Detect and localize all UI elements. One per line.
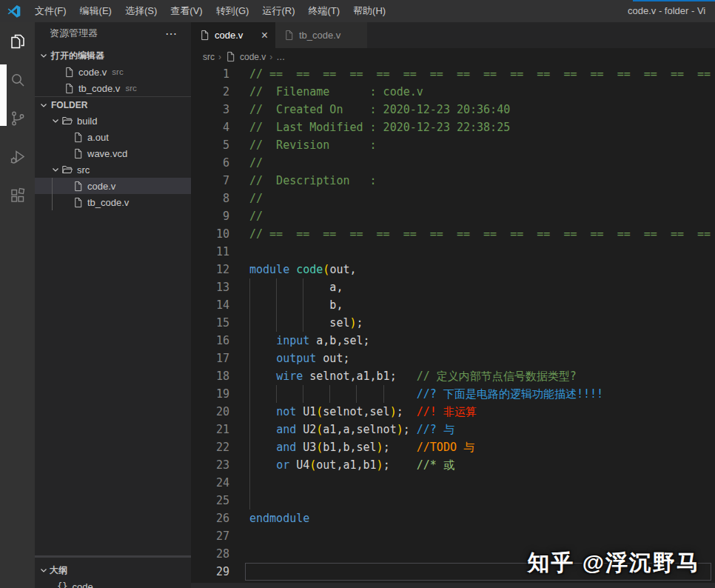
line-number: 1: [191, 65, 229, 83]
window-top-accent: [633, 0, 715, 1]
file-tb-code-v[interactable]: tb_code.v: [35, 194, 191, 210]
token: b1,b,sel: [323, 441, 376, 454]
file-a-out[interactable]: a.out: [35, 129, 191, 145]
code-line[interactable]: 15 sel);: [191, 314, 715, 332]
tree-item-label: wave.vcd: [87, 148, 127, 159]
folder-build[interactable]: build: [35, 113, 191, 129]
menu-item-3[interactable]: 查看(V): [164, 0, 209, 22]
code-editor[interactable]: 1// == == == == == == == == == == == == …: [191, 65, 715, 581]
code-line[interactable]: 17 output out;: [191, 350, 715, 367]
line-number: 14: [191, 296, 229, 314]
indent-guide: [249, 314, 250, 332]
line-content: sel);: [249, 314, 363, 332]
token: (: [316, 405, 323, 418]
tab-label: code.v: [215, 30, 243, 41]
code-line[interactable]: 23 or U4(out,a1,b1); //* 或: [191, 456, 715, 474]
section-folder[interactable]: FOLDER: [35, 96, 191, 113]
token: output: [276, 352, 316, 365]
file-icon: [283, 30, 295, 41]
line-number: 25: [191, 492, 229, 510]
menu-item-1[interactable]: 编辑(E): [73, 0, 118, 22]
open-editor-code-v[interactable]: code.vsrc: [35, 64, 191, 80]
token: or: [276, 458, 289, 472]
token: ;: [383, 458, 417, 472]
code-line[interactable]: 13 a,: [191, 278, 715, 296]
folder-src[interactable]: src: [35, 161, 191, 178]
menu-item-6[interactable]: 终端(T): [301, 0, 346, 22]
line-content: // == == == == == == == == == == == == =…: [249, 65, 715, 83]
breadcrumb-item[interactable]: src: [203, 52, 215, 62]
code-line[interactable]: 16 input a,b,sel;: [191, 332, 715, 350]
outline-item-code[interactable]: {} code: [35, 578, 191, 588]
line-number: 10: [191, 225, 229, 243]
code-line[interactable]: 21 and U2(a1,a,selnot); //? 与: [191, 421, 715, 438]
file-wave-vcd[interactable]: wave.vcd: [35, 145, 191, 161]
token: ;: [397, 405, 417, 418]
menu-item-5[interactable]: 运行(R): [255, 0, 301, 22]
code-line[interactable]: 12module code(out,: [191, 261, 715, 278]
file-code-v[interactable]: code.v: [35, 178, 191, 194]
tree-item-label: code.v: [87, 181, 115, 192]
menu-item-2[interactable]: 选择(S): [118, 0, 164, 22]
token: [249, 334, 276, 347]
token: [249, 352, 276, 365]
menu-item-7[interactable]: 帮助(H): [346, 0, 392, 22]
sidebar-title: 资源管理器: [50, 27, 98, 40]
menu-item-4[interactable]: 转到(G): [209, 0, 256, 22]
token: selnot,a1,b1;: [303, 370, 417, 383]
more-actions-icon[interactable]: ⋯: [165, 27, 191, 41]
open-editor-tb-code-v[interactable]: tb_code.vsrc: [35, 80, 191, 96]
indent-guide: [249, 474, 250, 492]
activity-bar: [0, 22, 35, 588]
code-line[interactable]: 24: [191, 474, 715, 492]
code-line[interactable]: 22 and U3(b1,b,sel); //TODO 与: [191, 438, 715, 456]
code-line[interactable]: 7// Description :: [191, 172, 715, 190]
token: and: [276, 423, 296, 436]
activity-explorer-icon[interactable]: [0, 22, 35, 61]
token: //? 与: [417, 423, 454, 436]
code-line[interactable]: 25: [191, 492, 715, 510]
token: b,: [249, 298, 343, 312]
line-number: 26: [191, 510, 229, 527]
code-line[interactable]: 27: [191, 527, 715, 545]
indent-guide: [356, 385, 357, 403]
indent-guide: [249, 278, 250, 296]
activity-run-debug-icon[interactable]: [0, 138, 35, 176]
breadcrumb-item[interactable]: code.v: [240, 52, 266, 62]
vscode-window: 文件(F)编辑(E)选择(S)查看(V)转到(G)运行(R)终端(T)帮助(H)…: [0, 0, 715, 588]
horizontal-scrollbar[interactable]: [191, 583, 715, 588]
tab-tb-code-v[interactable]: tb_code.v: [275, 22, 368, 48]
line-content: // == == == == == == == == == == == == =…: [249, 225, 715, 243]
close-icon[interactable]: ×: [261, 30, 268, 41]
tree-item-label: src: [77, 164, 90, 176]
code-line[interactable]: 6//: [191, 154, 715, 172]
file-icon: [225, 51, 236, 62]
code-line[interactable]: 9//: [191, 207, 715, 225]
section-open-editors[interactable]: 打开的编辑器: [35, 47, 191, 64]
code-line[interactable]: 11: [191, 243, 715, 261]
file-icon: [72, 196, 84, 208]
breadcrumb-item[interactable]: …: [276, 52, 285, 62]
code-line[interactable]: 5// Revision :: [191, 136, 715, 154]
code-line[interactable]: 8//: [191, 190, 715, 207]
code-line[interactable]: 4// Last Modified : 2020-12-23 22:38:25: [191, 118, 715, 136]
indent-guide: [249, 421, 250, 438]
code-line[interactable]: 2// Filename : code.v: [191, 83, 715, 101]
menu-item-0[interactable]: 文件(F): [28, 0, 73, 22]
line-content: // Last Modified : 2020-12-23 22:38:25: [249, 118, 510, 136]
code-line[interactable]: 19 //? 下面是电路的逻辑功能描述!!!!: [191, 385, 715, 403]
file-icon: [198, 30, 210, 41]
code-line[interactable]: 3// Created On : 2020-12-23 20:36:40: [191, 101, 715, 118]
code-line[interactable]: 18 wire selnot,a1,b1; // 定义内部节点信号数据类型?: [191, 367, 715, 385]
code-line[interactable]: 26endmodule: [191, 510, 715, 527]
outline-header[interactable]: 大纲: [35, 562, 191, 578]
code-line[interactable]: 10// == == == == == == == == == == == ==…: [191, 225, 715, 243]
indent-guide: [249, 438, 250, 456]
tab-code-v[interactable]: code.v×: [191, 22, 275, 48]
code-line[interactable]: 14 b,: [191, 296, 715, 314]
code-line[interactable]: 20 not U1(selnot,sel); //! 非运算: [191, 403, 715, 421]
tree-item-label: 打开的编辑器: [51, 50, 104, 62]
code-line[interactable]: 1// == == == == == == == == == == == == …: [191, 65, 715, 83]
token: // == == == == == == == == == == == == =…: [249, 67, 715, 81]
activity-extensions-icon[interactable]: [0, 176, 35, 215]
